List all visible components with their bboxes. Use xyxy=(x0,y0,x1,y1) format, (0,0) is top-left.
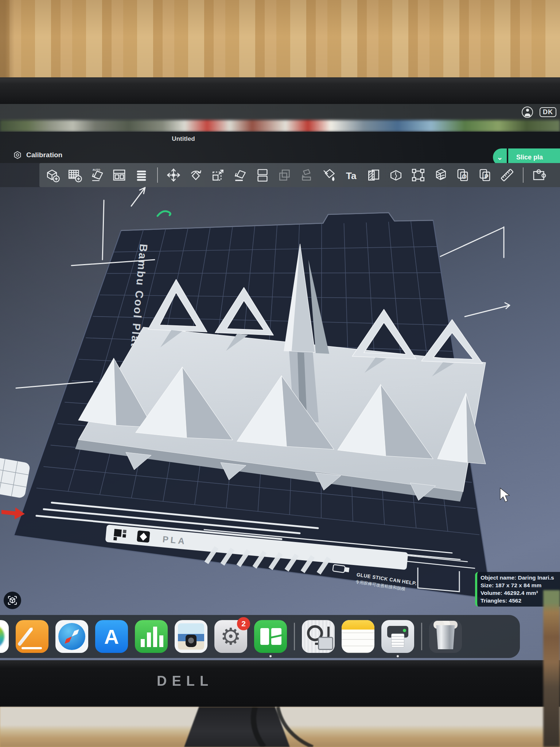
running-indicator xyxy=(397,655,399,657)
measure-icon[interactable] xyxy=(499,167,515,183)
text-tool-icon[interactable] xyxy=(343,167,359,183)
macos-dock: A ⚙2 xyxy=(0,615,520,658)
dock-window-manager[interactable] xyxy=(254,620,287,653)
monitor-brand-logo: DELL xyxy=(157,673,213,689)
tab-calibration[interactable]: Calibration xyxy=(13,151,62,159)
split-icon[interactable] xyxy=(254,167,271,183)
window-title: Untitled xyxy=(172,135,195,143)
dock-separator xyxy=(421,623,422,650)
window-pane-icon xyxy=(260,628,269,645)
dock-separator xyxy=(294,623,295,650)
dock-notes[interactable] xyxy=(342,620,374,653)
layers-icon[interactable] xyxy=(133,167,149,183)
move-icon[interactable] xyxy=(166,167,182,183)
desktop-wallpaper-strip xyxy=(0,120,560,132)
settings-notification-badge: 2 xyxy=(237,617,250,630)
cut-tool-icon[interactable] xyxy=(388,167,404,183)
dock-pages[interactable] xyxy=(16,620,48,653)
dock-printer[interactable] xyxy=(381,620,414,653)
clone-icon[interactable] xyxy=(277,167,293,183)
dock-app-store[interactable]: A xyxy=(95,620,128,653)
preview-loupe-icon xyxy=(186,635,197,647)
dock-numbers[interactable] xyxy=(135,620,168,653)
dock-disk-utility[interactable] xyxy=(302,620,335,653)
app-window-header: Untitled Calibration ⌄ Slice pla xyxy=(0,132,560,163)
running-indicator xyxy=(269,655,272,657)
window-pane-icon xyxy=(271,628,281,645)
desk-scene xyxy=(0,707,560,747)
fit-view-button[interactable] xyxy=(4,592,21,609)
lay-down-icon[interactable] xyxy=(299,167,315,183)
trash-can-icon xyxy=(435,625,456,649)
assembly-icon[interactable] xyxy=(531,167,547,183)
add-plate-icon[interactable] xyxy=(67,167,83,183)
printer-paper-icon xyxy=(392,634,404,647)
tab-calibration-label: Calibration xyxy=(26,151,62,159)
keyboard-layout-badge[interactable]: DK xyxy=(540,107,556,117)
main-toolbar xyxy=(39,163,560,187)
dock-safari[interactable] xyxy=(55,620,88,653)
dock-preview[interactable] xyxy=(175,620,207,653)
rotate-icon[interactable] xyxy=(188,167,204,183)
dock-photos[interactable] xyxy=(0,620,9,653)
macos-menu-bar: DK xyxy=(0,104,560,120)
color-paint-icon[interactable] xyxy=(321,167,337,183)
scale-icon[interactable] xyxy=(210,167,226,183)
monitor-top-bezel xyxy=(0,77,560,105)
auto-orient-icon[interactable] xyxy=(89,167,105,183)
calibration-hex-icon xyxy=(13,151,22,159)
printer-ready-led xyxy=(403,629,406,632)
cables xyxy=(0,707,560,747)
toolbar-separator xyxy=(157,167,158,183)
info-size: Size: 187 x 72 x 84 mm xyxy=(481,581,560,589)
support-paint-icon[interactable] xyxy=(432,167,448,183)
mesh-boolean-icon[interactable] xyxy=(410,167,426,183)
param-box-icon[interactable] xyxy=(477,167,493,183)
dock-system-settings[interactable]: ⚙2 xyxy=(214,620,247,653)
photo-of-monitor: DK Untitled Calibration ⌄ Slice pla xyxy=(0,0,560,747)
user-account-icon[interactable] xyxy=(522,107,533,118)
hard-drive-icon xyxy=(318,637,333,650)
info-object-name: Object name: Daring Inari.s xyxy=(481,574,560,581)
dock-trash[interactable] xyxy=(429,620,462,653)
lay-on-face-icon[interactable] xyxy=(232,167,248,183)
room-background-strip xyxy=(543,590,560,747)
toolbar-separator xyxy=(523,167,524,183)
add-object-icon[interactable] xyxy=(44,167,61,183)
fit-view-cube-icon xyxy=(7,595,18,606)
modifier-icon[interactable] xyxy=(366,167,382,183)
arrange-icon[interactable] xyxy=(111,167,127,183)
open-box-icon[interactable] xyxy=(455,167,471,183)
monitor-bottom-bezel: DELL xyxy=(0,660,560,707)
